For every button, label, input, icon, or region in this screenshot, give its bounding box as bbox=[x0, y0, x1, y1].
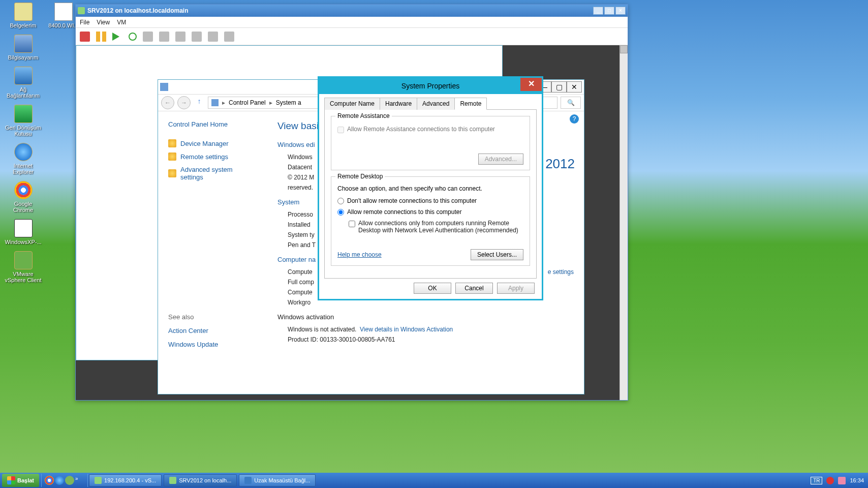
up-button[interactable]: ↑ bbox=[194, 97, 205, 108]
windows-update-link[interactable]: Windows Update bbox=[168, 341, 257, 348]
advanced-settings-link[interactable]: Advanced system settings bbox=[168, 166, 257, 181]
rd-allow-radio[interactable]: Allow remote connections to this compute… bbox=[337, 208, 523, 216]
menu-view[interactable]: View bbox=[97, 19, 110, 26]
label: Belgelerim bbox=[4, 22, 42, 28]
forward-button[interactable]: → bbox=[177, 96, 191, 109]
quick-launch: » bbox=[41, 474, 88, 487]
menu-file[interactable]: File bbox=[80, 19, 89, 26]
snapshot-manage-button[interactable] bbox=[175, 32, 185, 42]
ql-chrome-icon[interactable] bbox=[45, 476, 54, 485]
cp-maximize[interactable]: ▢ bbox=[551, 81, 567, 93]
app-icon bbox=[95, 477, 102, 484]
apply-button[interactable]: Apply bbox=[497, 283, 535, 294]
breadcrumb-cp[interactable]: Control Panel bbox=[229, 99, 266, 106]
search-button[interactable]: 🔍 bbox=[561, 97, 581, 109]
rd-opt2-input[interactable] bbox=[337, 209, 344, 216]
help-me-choose-link[interactable]: Help me choose bbox=[337, 251, 382, 258]
tab-hardware[interactable]: Hardware bbox=[380, 98, 417, 110]
snapshot-revert-button[interactable] bbox=[159, 32, 169, 42]
play-button[interactable] bbox=[112, 32, 122, 42]
label: Google Chrome bbox=[4, 201, 42, 213]
scrollbar[interactable] bbox=[619, 45, 628, 400]
desktop-icon-chrome[interactable]: Google Chrome bbox=[4, 181, 42, 213]
connect-button[interactable] bbox=[224, 32, 234, 42]
desktop-icon-ie[interactable]: Internet Explorer bbox=[4, 143, 42, 175]
ok-button[interactable]: OK bbox=[414, 283, 451, 294]
desktop-icon-8400[interactable]: 8400.0.WI... bbox=[48, 3, 79, 28]
close-button[interactable]: × bbox=[615, 7, 626, 15]
start-button[interactable]: Başlat bbox=[2, 474, 39, 487]
see-also-label: See also bbox=[168, 313, 257, 321]
rd-legend: Remote Desktop bbox=[335, 173, 385, 180]
ra-allow-checkbox[interactable]: Allow Remote Assistance connections to t… bbox=[337, 126, 523, 133]
remote-settings-link[interactable]: Remote settings bbox=[168, 152, 257, 161]
desktop-icon-winxp[interactable]: WindowsXP-... bbox=[4, 219, 42, 245]
vsphere-title-text: SRV2012 on localhost.localdomain bbox=[87, 7, 189, 14]
ql-expand-icon[interactable]: » bbox=[75, 476, 84, 485]
ql-vsphere-icon[interactable] bbox=[65, 476, 74, 485]
help-icon[interactable]: ? bbox=[570, 114, 579, 124]
breadcrumb-system[interactable]: System a bbox=[276, 99, 301, 106]
sp-close-button[interactable]: ✕ bbox=[520, 78, 542, 91]
tray-alert-icon[interactable] bbox=[826, 477, 834, 484]
rd-opt1-input[interactable] bbox=[337, 198, 344, 204]
select-users-button[interactable]: Select Users... bbox=[471, 249, 523, 260]
label: 8400.0.WI... bbox=[48, 22, 79, 28]
maximize-button[interactable]: □ bbox=[604, 7, 614, 15]
taskbar-task-srv2012[interactable]: SRV2012 on localh... bbox=[164, 474, 237, 486]
menu-vm[interactable]: VM bbox=[117, 19, 126, 26]
sp-tabs: Computer Name Hardware Advanced Remote bbox=[324, 97, 537, 110]
vsphere-menu: File View VM bbox=[76, 17, 628, 28]
taskbar-task-rdp[interactable]: Uzak Masaüstü Bağl... bbox=[239, 474, 316, 486]
vsphere-toolbar bbox=[76, 28, 628, 45]
tab-advanced[interactable]: Advanced bbox=[417, 98, 455, 110]
snapshot-button[interactable] bbox=[143, 32, 153, 42]
computer-icon bbox=[211, 99, 219, 106]
app-icon bbox=[244, 477, 252, 484]
rd-instruction: Choose an option, and then specify who c… bbox=[337, 185, 523, 192]
taskbar-task-vsphere1[interactable]: 192.168.200.4 - vS... bbox=[89, 474, 162, 486]
activation-link[interactable]: View details in Windows Activation bbox=[360, 326, 453, 333]
ql-ie-icon[interactable] bbox=[55, 476, 64, 485]
action-center-link[interactable]: Action Center bbox=[168, 327, 257, 334]
rd-nla-input[interactable] bbox=[349, 221, 355, 227]
taskbar: Başlat » 192.168.200.4 - vS... SRV2012 o… bbox=[0, 473, 868, 488]
sp-titlebar[interactable]: System Properties ✕ bbox=[319, 78, 542, 94]
label: Ağ Bağlantılarım bbox=[4, 86, 42, 99]
tab-remote[interactable]: Remote bbox=[454, 98, 487, 110]
dialog-buttons: OK Cancel Apply bbox=[324, 279, 537, 294]
tab-computer-name[interactable]: Computer Name bbox=[324, 98, 380, 110]
rd-nla-checkbox[interactable]: Allow connections only from computers ru… bbox=[349, 220, 523, 234]
clock[interactable]: 16:34 bbox=[850, 477, 864, 483]
scrollbar-thumb[interactable] bbox=[620, 45, 628, 53]
cp-close[interactable]: ✕ bbox=[567, 81, 582, 93]
vsphere-titlebar[interactable]: SRV2012 on localhost.localdomain _ □ × bbox=[76, 5, 628, 17]
cancel-button[interactable]: Cancel bbox=[455, 283, 493, 294]
desktop-icon-documents[interactable]: Belgelerim bbox=[4, 3, 42, 28]
back-button[interactable]: ← bbox=[161, 96, 174, 109]
desktop-icon-network[interactable]: Ağ Bağlantılarım bbox=[4, 67, 42, 99]
ra-advanced-button[interactable]: Advanced... bbox=[478, 154, 523, 165]
desktop-icon-computer[interactable]: Bilgisayarım bbox=[4, 35, 42, 60]
cd-button[interactable] bbox=[208, 32, 218, 42]
tray-user-icon[interactable] bbox=[838, 477, 846, 484]
cp-home-link[interactable]: Control Panel Home bbox=[168, 120, 257, 128]
restart-button[interactable] bbox=[129, 33, 137, 41]
computer-row: Compute bbox=[288, 268, 313, 276]
change-settings-link[interactable]: e settings bbox=[548, 268, 574, 276]
rd-dont-allow-radio[interactable]: Don't allow remote connections to this c… bbox=[337, 197, 523, 204]
minimize-button[interactable]: _ bbox=[593, 7, 603, 15]
ra-allow-input[interactable] bbox=[337, 127, 344, 133]
remote-desktop-group: Remote Desktop Choose an option, and the… bbox=[331, 176, 530, 266]
ra-legend: Remote Assistance bbox=[335, 112, 392, 119]
device-manager-link[interactable]: Device Manager bbox=[168, 139, 257, 147]
pause-button[interactable] bbox=[96, 32, 106, 42]
desktop-icon-recycle[interactable]: Geri Dönüşüm Kutusu bbox=[4, 105, 42, 137]
stop-button[interactable] bbox=[80, 32, 90, 42]
language-indicator[interactable]: TR bbox=[811, 477, 822, 484]
label: Bilgisayarım bbox=[4, 54, 42, 60]
floppy-button[interactable] bbox=[192, 32, 202, 42]
remote-assistance-group: Remote Assistance Allow Remote Assistanc… bbox=[331, 116, 530, 170]
desktop-icon-vsphere[interactable]: VMware vSphere Client bbox=[4, 251, 42, 283]
product-id: Product ID: 00133-30010-00805-AA761 bbox=[277, 336, 574, 343]
